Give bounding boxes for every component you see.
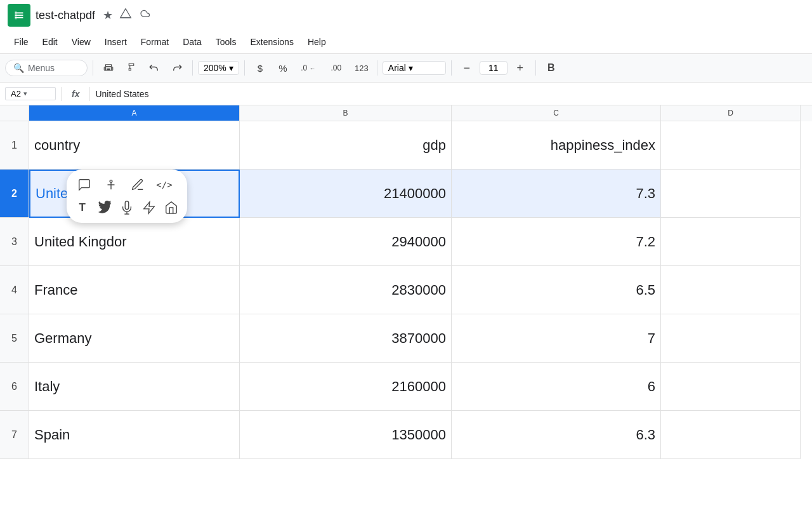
cell-c7[interactable]: 6.3 bbox=[452, 411, 661, 459]
row-header-5[interactable]: 5 bbox=[0, 314, 29, 363]
cell-d1[interactable] bbox=[661, 121, 801, 170]
divider-3 bbox=[244, 60, 245, 76]
menu-bar: File Edit View Insert Format Data Tools … bbox=[0, 30, 812, 53]
font-selector[interactable]: Arial ▾ bbox=[383, 61, 446, 75]
star-button[interactable]: ★ bbox=[103, 8, 113, 22]
formula-divider bbox=[61, 87, 62, 101]
arrow-left-icon: ← bbox=[309, 65, 315, 72]
format-123-button[interactable]: 123 bbox=[351, 58, 372, 78]
cell-c1[interactable]: happiness_index bbox=[452, 121, 661, 170]
row-header-2[interactable]: 2 bbox=[0, 170, 29, 218]
cell-c3[interactable]: 7.2 bbox=[452, 218, 661, 266]
file-title: test-chatpdf bbox=[36, 9, 95, 22]
bold-button[interactable]: B bbox=[541, 58, 561, 78]
menu-edit[interactable]: Edit bbox=[36, 34, 64, 50]
svg-rect-6 bbox=[107, 69, 110, 70]
row-header-4[interactable]: 4 bbox=[0, 266, 29, 314]
font-size-decrease[interactable]: − bbox=[457, 58, 477, 78]
text-icon[interactable]: T bbox=[74, 197, 90, 218]
cell-b3[interactable]: 2940000 bbox=[240, 218, 452, 266]
app-icon bbox=[8, 4, 30, 27]
menu-format[interactable]: Format bbox=[134, 34, 175, 50]
cell-d5[interactable] bbox=[661, 314, 801, 363]
cell-a3[interactable]: United Kingdor bbox=[29, 218, 240, 266]
cell-a5[interactable]: Germany bbox=[29, 314, 240, 363]
menu-extensions[interactable]: Extensions bbox=[244, 34, 299, 50]
decimal-increase-button[interactable]: .00 bbox=[324, 58, 349, 78]
menu-data[interactable]: Data bbox=[176, 34, 208, 50]
title-bar: test-chatpdf ★ bbox=[0, 0, 812, 30]
decimal-decrease-button[interactable]: .0 ← bbox=[296, 58, 321, 78]
cell-d2[interactable] bbox=[661, 170, 801, 218]
cell-d4[interactable] bbox=[661, 266, 801, 314]
redo-button[interactable] bbox=[167, 58, 187, 78]
font-size-increase[interactable]: + bbox=[510, 58, 530, 78]
cell-b6[interactable]: 2160000 bbox=[240, 363, 452, 411]
cell-a6[interactable]: Italy bbox=[29, 363, 240, 411]
formula-value: United States bbox=[95, 89, 148, 99]
svg-rect-4 bbox=[15, 11, 17, 20]
mic-icon[interactable] bbox=[119, 197, 134, 218]
font-chevron: ▾ bbox=[409, 63, 413, 73]
popup-row-2: T bbox=[74, 197, 180, 218]
twitter-icon[interactable] bbox=[96, 197, 112, 218]
row-header-6[interactable]: 6 bbox=[0, 363, 29, 411]
cell-c4[interactable]: 6.5 bbox=[452, 266, 661, 314]
currency-button[interactable]: $ bbox=[250, 58, 270, 78]
row-header-1[interactable]: 1 bbox=[0, 121, 29, 170]
print-icon[interactable] bbox=[98, 58, 119, 78]
code-icon[interactable]: </> bbox=[154, 175, 174, 195]
cell-a1[interactable]: country bbox=[29, 121, 240, 170]
cell-b1[interactable]: gdp bbox=[240, 121, 452, 170]
menu-tools[interactable]: Tools bbox=[209, 34, 243, 50]
col-header-d[interactable]: D bbox=[661, 105, 801, 121]
percent-button[interactable]: % bbox=[273, 58, 293, 78]
cloud-icon-button[interactable] bbox=[138, 8, 151, 23]
menu-insert[interactable]: Insert bbox=[98, 34, 133, 50]
anchor-icon[interactable] bbox=[101, 175, 121, 195]
svg-marker-10 bbox=[144, 202, 155, 213]
row-header-3[interactable]: 3 bbox=[0, 218, 29, 266]
cell-c6[interactable]: 6 bbox=[452, 363, 661, 411]
row-header-7[interactable]: 7 bbox=[0, 411, 29, 459]
decimal-down-label: .0 bbox=[301, 64, 307, 72]
cell-d7[interactable] bbox=[661, 411, 801, 459]
col-header-a[interactable]: A bbox=[29, 105, 240, 121]
cell-b2[interactable]: 21400000 bbox=[240, 170, 452, 218]
table-row: 7 Spain 1350000 6.3 bbox=[0, 411, 812, 459]
paint-format-icon[interactable] bbox=[121, 58, 141, 78]
font-size-box[interactable]: 11 bbox=[480, 61, 508, 75]
pen-icon[interactable] bbox=[128, 175, 148, 195]
home-icon[interactable] bbox=[164, 197, 180, 218]
zoom-control[interactable]: 200% ▾ bbox=[198, 61, 239, 75]
cell-b5[interactable]: 3870000 bbox=[240, 314, 452, 363]
menu-help[interactable]: Help bbox=[301, 34, 332, 50]
search-icon: 🔍 bbox=[13, 63, 24, 73]
cell-a4[interactable]: France bbox=[29, 266, 240, 314]
divider-2 bbox=[192, 60, 193, 76]
font-name: Arial bbox=[388, 63, 406, 73]
formula-divider-2 bbox=[89, 87, 90, 101]
cell-c5[interactable]: 7 bbox=[452, 314, 661, 363]
cell-d6[interactable] bbox=[661, 363, 801, 411]
formula-bar: A2 ▾ fx United States bbox=[0, 83, 812, 105]
divider-1 bbox=[93, 60, 93, 76]
cell-c2[interactable]: 7.3 bbox=[452, 170, 661, 218]
undo-button[interactable] bbox=[144, 58, 164, 78]
cell-a7[interactable]: Spain bbox=[29, 411, 240, 459]
spreadsheet: A B C D 1 country gdp happiness_index 2 … bbox=[0, 105, 812, 459]
drive-icon-button[interactable] bbox=[119, 8, 132, 23]
zoom-value: 200% bbox=[204, 63, 226, 73]
search-menus[interactable]: 🔍 Menus bbox=[5, 60, 88, 76]
table-row: 4 France 2830000 6.5 bbox=[0, 266, 812, 314]
col-header-c[interactable]: C bbox=[452, 105, 661, 121]
cell-d3[interactable] bbox=[661, 218, 801, 266]
comment-icon[interactable] bbox=[74, 175, 95, 195]
col-header-b[interactable]: B bbox=[240, 105, 452, 121]
cell-b7[interactable]: 1350000 bbox=[240, 411, 452, 459]
menu-view[interactable]: View bbox=[65, 34, 97, 50]
cell-b4[interactable]: 2830000 bbox=[240, 266, 452, 314]
lightning-icon[interactable] bbox=[141, 197, 157, 218]
menu-file[interactable]: File bbox=[8, 34, 35, 50]
cell-reference[interactable]: A2 ▾ bbox=[5, 87, 56, 100]
